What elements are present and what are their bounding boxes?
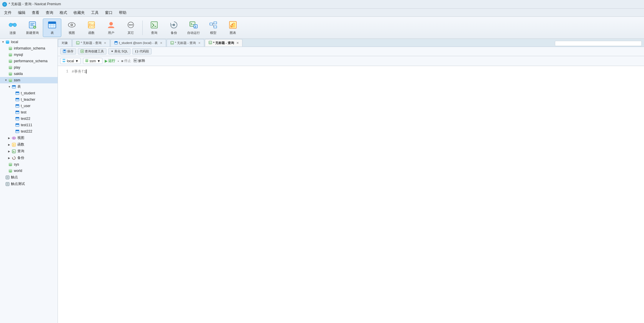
sidebar-item-test111[interactable]: test111 xyxy=(0,122,58,128)
sidebar-item-t-student[interactable]: t_student xyxy=(0,90,58,96)
svg-text:f(x): f(x) xyxy=(89,23,94,27)
table-item-icon xyxy=(15,116,20,121)
tab-query3-close[interactable]: ✕ xyxy=(236,41,239,45)
query-tab2-icon xyxy=(170,41,174,45)
toolbar-separator xyxy=(142,21,143,35)
save-button[interactable]: 保存 xyxy=(60,48,76,54)
menu-format[interactable]: 格式 xyxy=(57,10,70,16)
sidebar-item-views[interactable]: ▶ 视图 xyxy=(0,135,58,141)
tab-query1[interactable]: * 无标题 - 查询 ✕ xyxy=(72,39,110,47)
sidebar-item-touch[interactable]: T 触点 xyxy=(0,174,58,181)
sidebar-item-touch-test[interactable]: T 触点测试 xyxy=(0,181,58,187)
run-button[interactable]: ▶ 运行 xyxy=(105,58,115,63)
svg-point-48 xyxy=(9,53,12,54)
other-button[interactable]: 其它 xyxy=(122,19,140,37)
tab-query1-label: * 无标题 - 查询 xyxy=(81,41,102,45)
query-button[interactable]: 查询 xyxy=(145,19,163,37)
tab-query3[interactable]: * 无标题 - 查询 ✕ xyxy=(205,39,242,47)
menu-query[interactable]: 查询 xyxy=(43,10,56,16)
new-query-button[interactable]: 新建查询 xyxy=(23,19,42,37)
tab-t-student[interactable]: t_student @ssm (local) - 表 ✕ xyxy=(111,39,166,47)
svg-point-55 xyxy=(9,68,12,69)
tab-query3-label: * 无标题 - 查询 xyxy=(213,41,234,45)
sidebar-item-queries[interactable]: ▶ 查询 xyxy=(0,148,58,155)
tab-t-student-close[interactable]: ✕ xyxy=(160,41,162,45)
menu-favorites[interactable]: 收藏夹 xyxy=(71,10,88,16)
tab-query1-close[interactable]: ✕ xyxy=(104,41,106,45)
sidebar-item-information-schema[interactable]: information_schema xyxy=(0,45,58,52)
database-dropdown[interactable]: ssm ▼ xyxy=(83,58,103,64)
explain-button[interactable]: 解释 xyxy=(133,58,145,63)
connect-label: 连接 xyxy=(10,31,16,35)
svg-rect-34 xyxy=(214,26,217,28)
svg-point-60 xyxy=(9,78,12,80)
connect-button[interactable]: 连接 xyxy=(3,19,22,37)
user-button[interactable]: 用户 xyxy=(102,19,120,37)
sidebar-item-test[interactable]: test xyxy=(0,109,58,115)
menu-edit[interactable]: 编辑 xyxy=(15,10,28,16)
menu-file[interactable]: 文件 xyxy=(1,10,14,16)
code-editor[interactable]: 1 #事务T1 xyxy=(58,66,644,323)
run-label: 运行 xyxy=(108,58,115,63)
sidebar-item-local[interactable]: ▼ local xyxy=(0,39,58,45)
sidebar-item-functions[interactable]: ▶ fx 函数 xyxy=(0,141,58,148)
sidebar-item-mysql[interactable]: mysql xyxy=(0,52,58,58)
menu-tools[interactable]: 工具 xyxy=(88,10,102,16)
autorun-button[interactable]: 自动运行 xyxy=(184,19,203,37)
sidebar-item-ssm[interactable]: ▼ ssm xyxy=(0,77,58,83)
chart-button[interactable]: 图表 xyxy=(224,19,242,37)
sidebar-item-tables[interactable]: ▼ 表 xyxy=(0,83,58,90)
connection-dropdown[interactable]: local ▼ xyxy=(60,58,81,64)
svg-point-1 xyxy=(13,23,16,27)
arrow-expand-icon: ▼ xyxy=(5,79,8,82)
sidebar-item-t-user[interactable]: t_user xyxy=(0,103,58,109)
query-builder-button[interactable]: 查询创建工具 xyxy=(78,48,106,54)
tab-query2-close[interactable]: ✕ xyxy=(198,41,200,45)
menu-window[interactable]: 窗口 xyxy=(102,10,115,16)
code-snippet-button[interactable]: () 代码段 xyxy=(132,48,152,54)
table-button[interactable]: 表 xyxy=(43,19,61,37)
tab-query2[interactable]: * 无标题 - 查询 ✕ xyxy=(167,39,204,47)
svg-point-104 xyxy=(9,169,12,170)
touch-test-icon: T xyxy=(5,182,10,186)
svg-text:T: T xyxy=(7,183,8,185)
svg-rect-119 xyxy=(64,50,65,51)
stop-button[interactable]: ■ 停止 xyxy=(121,58,131,63)
backup-icon xyxy=(169,20,179,30)
backups-icon xyxy=(12,156,16,160)
view-button[interactable]: 视图 xyxy=(62,19,81,37)
sidebar-item-t-teacher[interactable]: t_teacher xyxy=(0,96,58,103)
app-icon xyxy=(2,2,7,7)
svg-rect-110 xyxy=(76,41,79,44)
query-tab-icon xyxy=(76,41,80,45)
sidebar-item-sakila[interactable]: sakila xyxy=(0,71,58,77)
view-label: 视图 xyxy=(69,31,75,35)
backups-label: 备份 xyxy=(17,155,24,160)
db-icon xyxy=(8,162,13,167)
sidebar-item-performance-schema[interactable]: performance_schema xyxy=(0,58,58,64)
sidebar-item-play[interactable]: play xyxy=(0,64,58,71)
queries-icon xyxy=(12,149,16,154)
svg-text:T: T xyxy=(7,177,8,179)
sidebar-item-test22[interactable]: test22 xyxy=(0,115,58,122)
function-button[interactable]: f(x) 函数 xyxy=(82,19,101,37)
sidebar-item-world[interactable]: world xyxy=(0,168,58,174)
tab-search-input[interactable] xyxy=(555,41,642,46)
window-title: * 无标题 - 查询 - Navicat Premium xyxy=(9,2,61,7)
run-icon: ▶ xyxy=(105,59,107,63)
menu-help[interactable]: 帮助 xyxy=(116,10,129,16)
table-item-icon xyxy=(15,97,20,102)
chevron-down-icon: ▼ xyxy=(97,59,101,63)
explain-icon xyxy=(133,58,137,63)
beautify-sql-button[interactable]: ✦ 美化 SQL xyxy=(108,48,130,54)
sidebar-item-test222[interactable]: test222 xyxy=(0,128,58,135)
sidebar-item-sys[interactable]: sys xyxy=(0,161,58,168)
backup-button[interactable]: 备份 xyxy=(165,19,183,37)
sys-label: sys xyxy=(14,162,19,166)
tab-object[interactable]: 对象 xyxy=(58,39,72,47)
model-button[interactable]: 模型 xyxy=(204,19,222,37)
sidebar-item-backups[interactable]: ▶ 备份 xyxy=(0,155,58,161)
svg-rect-38 xyxy=(231,26,232,27)
arrow-icon: ▶ xyxy=(8,150,12,153)
menu-view[interactable]: 查看 xyxy=(29,10,42,16)
